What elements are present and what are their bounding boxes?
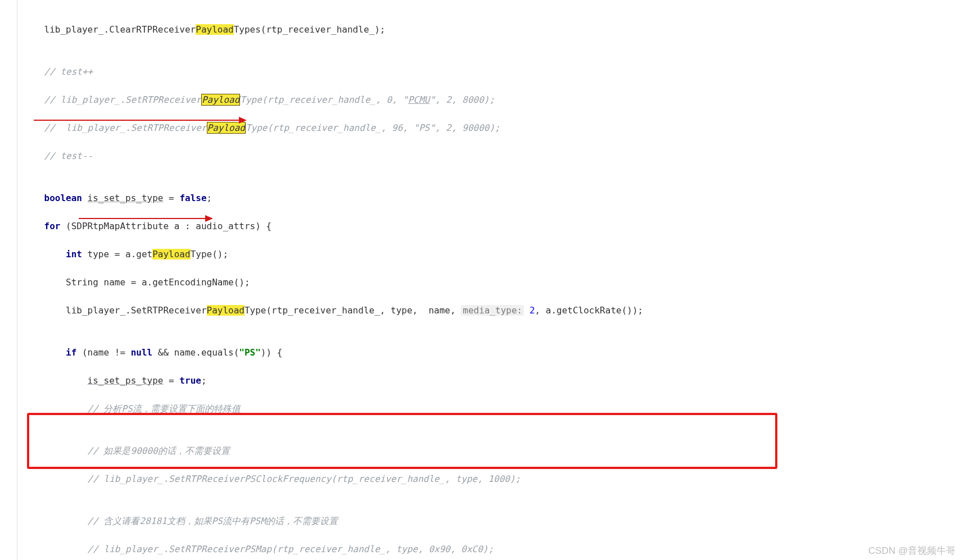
highlight-payload: Payload (201, 94, 240, 106)
code-line: int type = a.getPayloadType(); (22, 247, 964, 261)
code-line: // test-- (22, 149, 964, 163)
highlight-payload: Payload (207, 305, 245, 316)
code-line: lib_player_.SetRTPReceiverPayloadType(rt… (22, 303, 964, 317)
code-line: // lib_player_.SetRTPReceiverPayloadType… (22, 121, 964, 135)
code-editor-viewport: lib_player_.ClearRTPReceiverPayloadTypes… (0, 0, 964, 560)
code-line: is_set_ps_type = true; (22, 374, 964, 388)
code-line: if (name != null && name.equals("PS")) { (22, 345, 964, 359)
highlight-payload: Payload (152, 249, 190, 259)
watermark-text: CSDN @音视频牛哥 (868, 544, 956, 557)
highlight-payload: Payload (196, 24, 233, 35)
code-line: // test++ (22, 65, 964, 79)
code-line: // lib_player_.SetRTPReceiverPayloadType… (22, 93, 964, 107)
line-number-gutter (0, 0, 17, 560)
code-line: lib_player_.ClearRTPReceiverPayloadTypes… (22, 22, 964, 37)
code-line: String name = a.getEncodingName(); (22, 275, 964, 289)
param-hint-media-type: media_type: (461, 305, 524, 316)
code-line: // 含义请看28181文档，如果PS流中有PSM的话，不需要设置 (22, 514, 964, 528)
code-line: boolean is_set_ps_type = false; (22, 191, 964, 205)
highlight-payload: Payload (207, 122, 246, 134)
code-block: lib_player_.ClearRTPReceiverPayloadTypes… (22, 8, 964, 560)
annotation-box (27, 413, 777, 469)
code-line: for (SDPRtpMapAttribute a : audio_attrs)… (22, 219, 964, 233)
code-line: // lib_player_.SetRTPReceiverPSMap(rtp_r… (22, 542, 964, 556)
code-line: // lib_player_.SetRTPReceiverPSClockFreq… (22, 472, 964, 486)
